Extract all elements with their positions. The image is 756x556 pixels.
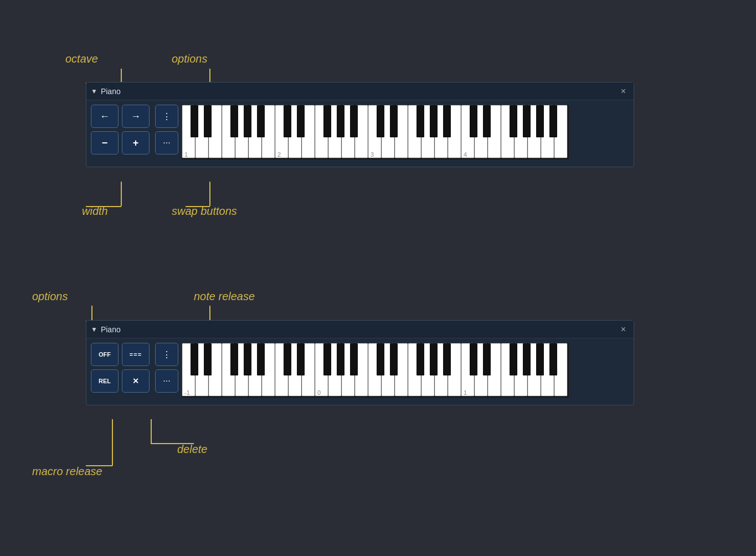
- svg-rect-38: [337, 105, 344, 137]
- svg-rect-87: [230, 343, 238, 375]
- svg-rect-102: [510, 343, 517, 375]
- close-button-top[interactable]: ×: [618, 85, 629, 97]
- svg-rect-93: [337, 343, 344, 375]
- svg-text:0: 0: [317, 389, 321, 396]
- piano-keys-svg-bottom[interactable]: -1 0 1: [182, 343, 569, 398]
- options-menu-button-bottom[interactable]: ⋮: [155, 343, 178, 366]
- svg-rect-37: [323, 105, 331, 137]
- macro-release-line-v: [112, 419, 113, 466]
- octave-line-v: [121, 69, 122, 83]
- svg-rect-42: [416, 105, 424, 137]
- svg-rect-101: [483, 343, 491, 375]
- octave-right-button[interactable]: →: [122, 105, 150, 128]
- piano-widget-bottom: ▼ Piano × OFF === REL ✕ ⋮ ···: [86, 320, 634, 405]
- mode-controls: OFF === REL ✕: [91, 343, 150, 400]
- lines-button[interactable]: ===: [122, 343, 150, 366]
- svg-rect-33: [244, 105, 251, 137]
- options-column-top: ⋮ ···: [155, 105, 178, 162]
- svg-rect-35: [284, 105, 291, 137]
- piano-title-area-top: ▼ Piano: [91, 87, 121, 96]
- swap-line-v: [209, 182, 210, 206]
- svg-rect-90: [284, 343, 291, 375]
- svg-rect-40: [377, 105, 384, 137]
- options-line-v: [209, 69, 210, 83]
- svg-rect-43: [430, 105, 438, 137]
- piano-keys-area-top: 1 2 3 4: [182, 105, 629, 162]
- svg-rect-100: [470, 343, 477, 375]
- swap-buttons-button-bottom[interactable]: ···: [155, 369, 178, 393]
- svg-rect-104: [536, 343, 544, 375]
- svg-rect-88: [244, 343, 251, 375]
- annotation-note-release: note release: [194, 290, 255, 303]
- octave-controls: ← → − +: [91, 105, 150, 162]
- svg-rect-86: [204, 343, 212, 375]
- width-line-v: [121, 182, 122, 206]
- svg-rect-89: [257, 343, 265, 375]
- svg-rect-34: [257, 105, 265, 137]
- swap-buttons-button-top[interactable]: ···: [155, 131, 178, 155]
- svg-rect-103: [523, 343, 531, 375]
- svg-rect-45: [470, 105, 477, 137]
- svg-rect-44: [443, 105, 451, 137]
- svg-rect-91: [297, 343, 305, 375]
- svg-text:1: 1: [464, 389, 467, 396]
- piano-keys-svg-top[interactable]: 1 2 3 4: [182, 105, 569, 160]
- svg-rect-99: [443, 343, 451, 375]
- svg-rect-48: [523, 105, 531, 137]
- piano-body-top: ← → − + ⋮ ···: [86, 100, 634, 167]
- options-column-bottom: ⋮ ···: [155, 343, 178, 400]
- svg-rect-50: [549, 105, 557, 137]
- note-release-line-v: [209, 306, 210, 321]
- svg-rect-95: [377, 343, 384, 375]
- collapse-arrow-top[interactable]: ▼: [91, 87, 97, 95]
- piano-body-bottom: OFF === REL ✕ ⋮ ···: [86, 338, 634, 405]
- width-plus-button[interactable]: +: [122, 131, 150, 155]
- options-menu-button-top[interactable]: ⋮: [155, 105, 178, 128]
- svg-rect-31: [204, 105, 212, 137]
- annotation-macro-release: macro release: [32, 465, 102, 478]
- swap-line-h: [186, 206, 210, 207]
- svg-rect-97: [416, 343, 424, 375]
- bottom-options-line-v: [91, 306, 92, 321]
- svg-rect-41: [390, 105, 398, 137]
- width-line-h: [86, 206, 121, 207]
- delete-line-h: [151, 443, 194, 444]
- svg-rect-47: [510, 105, 517, 137]
- svg-rect-36: [297, 105, 305, 137]
- collapse-arrow-bottom[interactable]: ▼: [91, 326, 97, 333]
- svg-rect-30: [191, 105, 198, 137]
- close-button-bottom[interactable]: ×: [618, 323, 629, 336]
- piano-title-area-bottom: ▼ Piano: [91, 325, 121, 334]
- off-button[interactable]: OFF: [91, 343, 119, 366]
- piano-widget-top: ▼ Piano × ← → − + ⋮ ···: [86, 82, 634, 167]
- annotation-octave: octave: [65, 53, 98, 65]
- svg-rect-105: [549, 343, 557, 375]
- piano-header-top: ▼ Piano ×: [86, 83, 634, 100]
- x-delete-button[interactable]: ✕: [122, 369, 150, 393]
- svg-rect-39: [350, 105, 358, 137]
- main-container: octave options width swap buttons ▼ Pian…: [0, 0, 756, 556]
- piano-header-bottom: ▼ Piano ×: [86, 321, 634, 338]
- svg-rect-85: [191, 343, 198, 375]
- delete-line-v: [151, 419, 152, 444]
- svg-rect-94: [350, 343, 358, 375]
- svg-rect-46: [483, 105, 491, 137]
- annotation-delete: delete: [177, 443, 208, 456]
- svg-text:2: 2: [277, 151, 281, 158]
- annotation-options-top: options: [172, 53, 208, 65]
- svg-text:-1: -1: [184, 389, 190, 396]
- macro-release-line-h: [86, 465, 112, 466]
- piano-keys-area-bottom: -1 0 1: [182, 343, 629, 400]
- svg-rect-98: [430, 343, 438, 375]
- svg-text:1: 1: [184, 151, 188, 158]
- rel-button[interactable]: REL: [91, 369, 119, 393]
- width-minus-button[interactable]: −: [91, 131, 119, 155]
- svg-rect-32: [230, 105, 238, 137]
- svg-rect-92: [323, 343, 331, 375]
- annotation-options-bottom: options: [32, 290, 68, 303]
- piano-title-top: Piano: [101, 87, 121, 96]
- svg-rect-96: [390, 343, 398, 375]
- piano-title-bottom: Piano: [101, 325, 121, 334]
- svg-text:3: 3: [371, 151, 374, 158]
- octave-left-button[interactable]: ←: [91, 105, 119, 128]
